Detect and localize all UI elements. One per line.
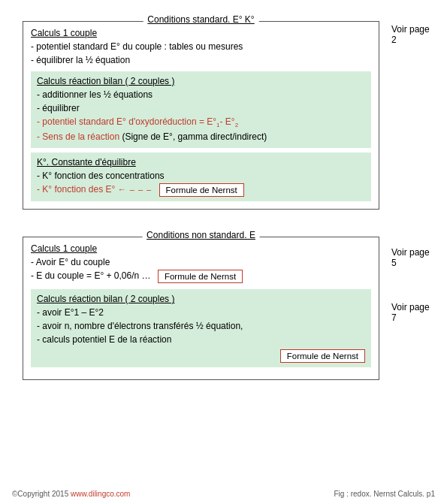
bottom-area: Conditions non standard. E Calculs 1 cou… — [15, 237, 432, 388]
bottom-s1-line1: - Avoir E° du couple — [31, 255, 371, 269]
top-s2-red-line: - potentiel standard E° d'oxydoréduction… — [37, 115, 365, 130]
nernst-btn-bottom1[interactable]: Formule de Nernst — [158, 270, 243, 283]
bottom-s1-heading: Calculs 1 couple — [31, 243, 371, 254]
top-s1-line1: - potentiel standard E° du couple : tabl… — [31, 40, 371, 53]
top-s3-line1: - K° fonction des concentrations — [37, 169, 365, 183]
top-s3-red-line: - K° fonction des E° ← – – – Formule de … — [37, 183, 365, 197]
nernst-btn-bottom2-container: Formule de Nernst — [37, 349, 365, 363]
top-section3: K°. Constante d'équilibre - K° fonction … — [31, 152, 371, 201]
voir-page-7: Voir page 7 — [391, 279, 432, 346]
footer-copyright: ©Copyright 2015 www.dilingco.com — [12, 490, 130, 498]
bottom-row1: Calculs 1 couple - Avoir E° du couple - … — [31, 243, 371, 283]
footer-fig: Fig : redox. Nernst Calculs. p1 — [334, 490, 436, 498]
top-s3-k-text: - K° fonction des E° — [37, 184, 115, 195]
page-content: Conditions standard. E° K° Calculs 1 cou… — [0, 0, 447, 418]
nernst-btn-top[interactable]: Formule de Nernst — [159, 183, 244, 197]
top-section2: Calculs réaction bilan ( 2 couples ) - a… — [31, 71, 371, 148]
voir-page-top: Voir page 2 — [387, 21, 432, 45]
bottom-section1: Calculs 1 couple - Avoir E° du couple - … — [31, 243, 371, 283]
bottom-s2-line3: - calculs potentiel E de la réaction — [37, 333, 365, 346]
nernst-btn-bottom2[interactable]: Formule de Nernst — [280, 349, 365, 363]
standard-box: Conditions standard. E° K° Calculs 1 cou… — [23, 21, 379, 210]
dashed-arrow-icon: ← – – – — [118, 183, 153, 196]
top-section2-heading: Calculs réaction bilan ( 2 couples ) — [37, 76, 365, 86]
copyright-text: ©Copyright 2015 — [12, 490, 71, 498]
top-section3-heading: K°. Constante d'équilibre — [37, 157, 365, 167]
nonstandard-box-title: Conditions non standard. E — [142, 230, 260, 240]
top-s2-line1: - additionner les ½ équations — [37, 88, 365, 101]
footer: ©Copyright 2015 www.dilingco.com Fig : r… — [0, 490, 447, 498]
bottom-s2-line2: - avoir n, nombre d'électrons transférés… — [37, 319, 365, 333]
bottom-s2-heading: Calculs réaction bilan ( 2 couples ) — [37, 294, 365, 304]
standard-box-title: Conditions standard. E° K° — [143, 14, 258, 25]
top-s2-red-text: - Sens de la réaction — [37, 131, 119, 142]
top-section1: Calculs 1 couple - potentiel standard E°… — [31, 28, 371, 67]
nonstandard-box: Conditions non standard. E Calculs 1 cou… — [23, 237, 379, 380]
voir-page-5: Voir page 5 — [391, 237, 432, 279]
top-s1-line2: - équilibrer la ½ équation — [31, 53, 371, 67]
top-s2-red-line2: - Sens de la réaction (Signe de E°, gamm… — [37, 130, 365, 143]
footer-link[interactable]: www.dilingco.com — [71, 490, 130, 498]
bottom-section2: Calculs réaction bilan ( 2 couples ) - a… — [31, 289, 371, 367]
bottom-s2-line1: - avoir E°1 – E°2 — [37, 306, 365, 319]
top-s2-line2: - équilibrer — [37, 101, 365, 115]
bottom-s1-line2: - E du couple = E° + 0,06/n … Formule de… — [31, 269, 371, 283]
voir-pages-right: Voir page 5 Voir page 7 — [387, 237, 432, 346]
top-section1-heading: Calculs 1 couple — [31, 28, 371, 38]
